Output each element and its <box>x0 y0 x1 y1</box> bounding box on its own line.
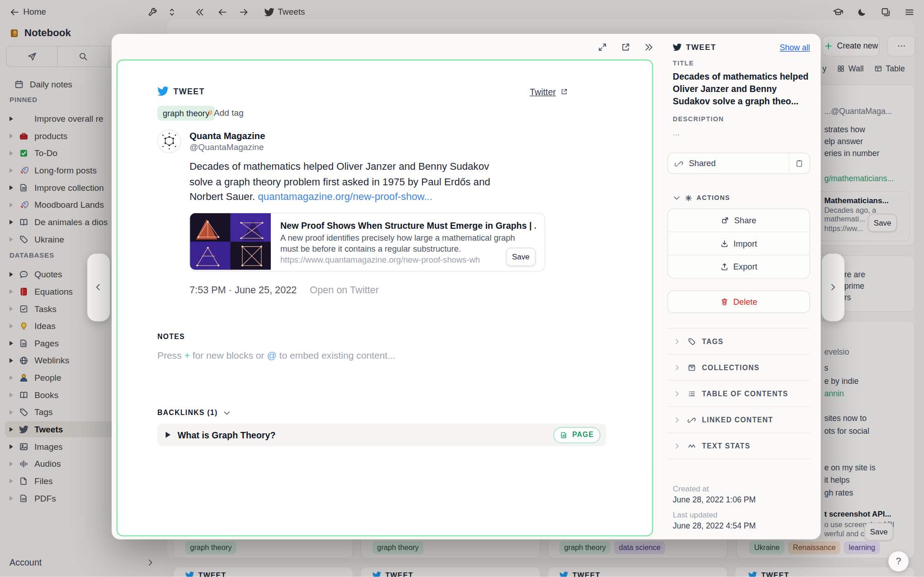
toc-icon <box>688 389 696 398</box>
show-all-link[interactable]: Show all <box>779 43 810 52</box>
chevron-right-icon <box>673 364 681 371</box>
previous-record-button[interactable] <box>87 253 110 321</box>
twitter-source-link[interactable]: Twitter <box>530 87 569 97</box>
collapse-panel-icon[interactable] <box>644 42 654 52</box>
open-external-icon[interactable] <box>621 42 631 52</box>
backlink-row[interactable]: What is Graph Theory? PAGE <box>157 424 606 446</box>
actions-sparkle-icon <box>685 194 692 202</box>
link-description: A new proof identifies precisely how lar… <box>280 232 517 255</box>
link-url: https://www.quantamagazine.org/new-proof… <box>280 255 512 264</box>
page-type-badge: PAGE <box>553 427 600 443</box>
panel-description-value[interactable]: ... <box>673 128 680 137</box>
tweet-inline-link[interactable]: quantamagazine.org/new-proof-show... <box>258 191 433 203</box>
actions-header[interactable]: ACTIONS <box>673 194 730 202</box>
section-tags[interactable]: TAGS <box>667 328 810 354</box>
tag-icon <box>688 337 696 345</box>
external-link-icon <box>559 88 569 96</box>
tweet-timestamp: 7:53 PM · June 25, 2022 <box>189 285 297 296</box>
export-icon <box>720 263 728 271</box>
trash-icon <box>720 297 728 306</box>
description-label: DESCRIPTION <box>673 115 724 123</box>
avatar <box>157 129 181 153</box>
import-button[interactable]: Import <box>668 232 809 255</box>
panel-title-value[interactable]: Decades of mathematics helped Oliver Jan… <box>673 70 812 108</box>
copy-link-button[interactable] <box>789 153 809 173</box>
page-icon <box>560 431 569 439</box>
wave-icon <box>688 442 696 450</box>
backlink-title: What is Graph Theory? <box>177 430 553 440</box>
app-window: Home Tweets Notebook Daily notes <box>0 0 924 577</box>
chevron-right-icon <box>673 390 681 397</box>
created-at-block: Created at June 28, 2022 1:06 PM <box>673 484 756 504</box>
last-updated-block: Last updated June 28, 2022 4:54 PM <box>673 510 756 530</box>
backlinks-header[interactable]: BACKLINKS (1) <box>157 409 231 417</box>
tweet-detail-modal: TWEET Twitter graph theory #Add tag Quan… <box>112 34 821 539</box>
section-text-stats[interactable]: TEXT STATS <box>667 432 810 459</box>
shared-label: Shared <box>689 159 789 168</box>
link-icon <box>688 415 696 424</box>
expand-icon[interactable] <box>597 42 607 52</box>
section-linked-content[interactable]: LINKED CONTENT <box>667 406 810 432</box>
share-icon <box>721 216 729 225</box>
panel-type-header: TWEET <box>673 43 716 51</box>
link-icon <box>675 159 683 167</box>
chevron-down-icon <box>673 194 680 202</box>
object-type-label: TWEET <box>173 87 204 96</box>
next-record-button[interactable] <box>822 253 844 321</box>
tweet-document: TWEET Twitter graph theory #Add tag Quan… <box>116 59 653 536</box>
import-icon <box>720 239 729 248</box>
shared-row[interactable]: Shared <box>667 153 810 174</box>
chevron-down-icon <box>222 409 231 417</box>
chevron-right-icon <box>673 416 681 423</box>
expand-triangle-icon[interactable] <box>166 432 170 438</box>
section-collections[interactable]: COLLECTIONS <box>667 354 810 380</box>
help-button[interactable]: ? <box>888 551 908 572</box>
open-on-twitter-link[interactable]: Open on Twitter <box>310 285 379 296</box>
add-tag-button[interactable]: #Add tag <box>208 108 243 118</box>
panel-sections: TAGSCOLLECTIONSTABLE OF CONTENTSLINKED C… <box>667 328 810 459</box>
notes-editor-placeholder[interactable]: Press + for new blocks or @ to embed exi… <box>157 351 395 361</box>
chevron-right-icon <box>673 338 681 345</box>
twitter-bird-icon <box>157 86 169 97</box>
title-label: TITLE <box>673 59 694 67</box>
detail-side-panel: TWEET Show all TITLE Decades of mathemat… <box>667 34 821 539</box>
link-preview-card[interactable]: New Proof Shows When Structure Must Emer… <box>189 213 545 272</box>
box-icon <box>688 363 696 372</box>
link-title: New Proof Shows When Structure Must Emer… <box>280 221 536 231</box>
chevron-right-icon <box>673 442 681 450</box>
section-table-of-contents[interactable]: TABLE OF CONTENTS <box>667 380 810 406</box>
notes-label: NOTES <box>157 333 185 341</box>
delete-button[interactable]: Delete <box>667 291 810 313</box>
actions-group: ShareImportExport <box>667 209 810 279</box>
tweet-handle[interactable]: @QuantaMagazine <box>189 143 263 152</box>
chevron-right-icon <box>828 283 838 292</box>
share-button[interactable]: Share <box>668 209 809 232</box>
tag-chip[interactable]: graph theory <box>157 106 215 120</box>
tweet-author[interactable]: Quanta Magazine <box>189 131 265 141</box>
twitter-bird-icon <box>673 43 682 51</box>
link-preview-thumbnail <box>190 213 271 270</box>
chevron-left-icon <box>94 283 103 292</box>
tweet-text: Decades of mathematics helped Oliver Jan… <box>189 159 522 205</box>
export-button[interactable]: Export <box>668 255 809 278</box>
tweet-meta-row: 7:53 PM · June 25, 2022 Open on Twitter <box>189 285 379 296</box>
save-button[interactable]: Save <box>506 248 536 266</box>
